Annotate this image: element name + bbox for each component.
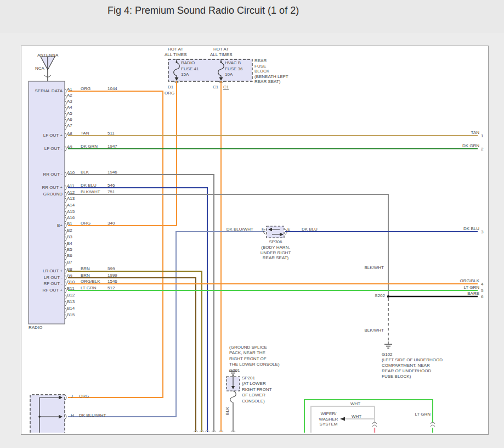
signal-serial-data: SERIAL DATA (35, 88, 63, 94)
signal-lr-out-minus: LR OUT - (44, 275, 63, 281)
signal-ground: GROUND (43, 192, 63, 197)
wire-color-b11: LT GRN (81, 285, 97, 291)
exit-bare-label: BARE (467, 291, 479, 296)
circuit-b1: 340 (107, 221, 115, 226)
fuse2-label: HVAC B FUSE 36 10A (225, 60, 242, 78)
exit-2-num: 2 (481, 147, 483, 152)
signal-lf-out-minus: LF OUT - (44, 146, 63, 152)
sp201-coil-icon (230, 391, 236, 402)
rear-fuse-block-note: REAR FUSE BLOCK (BENEATH LEFT REAR SEAT) (254, 58, 288, 85)
wire-serial-data-org (68, 91, 163, 397)
c1-right-label: C1 (223, 85, 229, 90)
pin-j-label: J (71, 394, 73, 399)
circuit-a10: 1946 (107, 170, 117, 175)
signal-b-plus: B+ (57, 223, 63, 228)
pin-b15: B15 (67, 312, 75, 318)
pin-a16: A16 (67, 215, 75, 221)
signal-rf-out-minus: RF OUT - (43, 281, 63, 287)
signal-lf-out-plus: LF OUT + (43, 133, 63, 138)
pin-b12: B12 (67, 293, 75, 298)
exit-5-num: 5 (481, 288, 483, 294)
circuit-a9: 1947 (107, 144, 117, 149)
offpage-connector-arcs-wiper (372, 422, 435, 427)
wht-top-label: WHT (350, 401, 360, 407)
pin-a15: A15 (67, 209, 75, 215)
d1-label: D1 (168, 85, 173, 90)
wire-color-b9: BRN (81, 273, 90, 278)
c1-left-label: C1 (213, 85, 218, 90)
wire-lr-out-plus-brn (68, 271, 202, 432)
radio-label: RADIO (29, 325, 42, 331)
pin-a5: A5 (67, 111, 72, 116)
antenna-code: NCA (35, 66, 44, 71)
pin-b10: B10 (67, 279, 75, 285)
pin-h-wire-color: DK BLU/WHT (79, 413, 106, 418)
sp306-wire-in-label: DK BLU/WHT (226, 227, 253, 232)
pin-a2: A2 (67, 93, 72, 98)
g102-note: G102 (LEFT SIDE OF UNDERHOOD COMPARTMENT… (382, 352, 443, 379)
pin-a10: A10 (67, 170, 75, 176)
wire-color-b10: ORG/BLK (81, 279, 100, 284)
bottom-connector-junction-dot (38, 416, 41, 418)
pin-a8: A8 (67, 131, 72, 137)
pin-j-wire-color: ORG (79, 394, 89, 399)
pin-h-label: H (71, 413, 74, 418)
pin-b3: B3 (67, 234, 72, 240)
d1-color: ORG (165, 91, 174, 96)
wire-color-a8: TAN (81, 131, 89, 136)
sp306-pin-f: F (262, 227, 264, 232)
circuit-b10: 1546 (107, 279, 117, 284)
ltgrn-bottom-label: LT GRN (415, 412, 431, 417)
sp306-splice-box (267, 226, 284, 238)
pin-a4: A4 (67, 105, 72, 110)
pin-b7: B7 (67, 260, 72, 265)
exit-ltgrn-label: LT GRN (463, 285, 479, 290)
circuit-b9: 1999 (107, 273, 117, 278)
exit-4-num: 4 (481, 282, 483, 287)
circuit-b11: 512 (107, 285, 115, 291)
pin-b4: B4 (67, 241, 72, 247)
wire-rr-out-minus-blk (68, 175, 214, 432)
wht-arrow-label: WHT (352, 414, 361, 419)
s202-label: S202 (375, 293, 385, 299)
circuit-a1: 1044 (107, 86, 117, 92)
sp201-note: SP201 (AT LOWER RIGHT FRONT OF LOWER CON… (242, 376, 272, 404)
antenna-label: ANTENNA (37, 53, 58, 58)
sp201-wire-color: BLK (225, 407, 230, 415)
exit-3-num: 3 (481, 229, 483, 235)
blkwht-upper-label: BLK/WHT (364, 265, 384, 271)
circuit-a8: 511 (107, 131, 115, 136)
wire-color-b8: BRN (81, 266, 90, 272)
pin-a7: A7 (67, 123, 72, 128)
sp306-note: SP306 (BODY HARN, UNDER RIGHT REAR SEAT) (252, 239, 299, 261)
pin-a6: A6 (67, 117, 72, 122)
wire-color-a9: DK GRN (81, 144, 98, 149)
page: Fig 4: Premium Sound Radio Circuit (1 of… (0, 0, 504, 448)
pin-a12: A12 (67, 190, 75, 195)
blkwht-lower-label: BLK/WHT (364, 328, 384, 333)
pin-a11: A11 (67, 183, 75, 189)
all-times-2: ALL TIMES (210, 52, 232, 58)
pin-b2: B2 (67, 228, 72, 233)
pin-b11: B11 (67, 286, 75, 292)
wiper-washer-label: WIPER/ WASHER SYSTEM (313, 411, 344, 427)
g201-note: (GROUND SPLICE PACK, NEAR THE RIGHT FRON… (229, 345, 280, 373)
g102-ground-icon (384, 344, 392, 348)
circuit-a11: 546 (107, 183, 115, 188)
wire-color-a12: BLK/WHT (81, 189, 100, 195)
circuit-b8: 599 (107, 266, 115, 272)
all-times-1: ALL TIMES (165, 52, 186, 58)
s202-splice-dot (387, 295, 389, 298)
wire-color-a11: DK BLU (81, 183, 97, 188)
bottom-connector-box-fill (30, 395, 65, 433)
signal-rr-out-plus: RR OUT + (42, 185, 63, 191)
pin-a1: A1 (67, 87, 72, 92)
exit-6-num: 6 (481, 294, 483, 300)
exit-1-num: 1 (481, 133, 483, 139)
wire-lr-out-minus-brn (68, 278, 196, 432)
wire-color-a10: BLK (81, 170, 89, 175)
pin-a3: A3 (67, 99, 72, 104)
pin-b1: B1 (67, 221, 72, 227)
pin-b8: B8 (67, 267, 72, 272)
sp306-pin-e: E (287, 227, 290, 232)
